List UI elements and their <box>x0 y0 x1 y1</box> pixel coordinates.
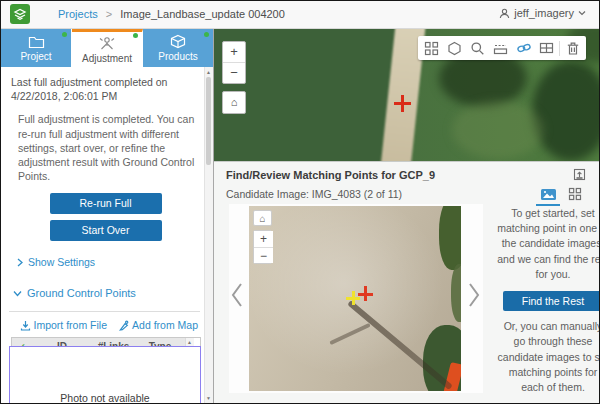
add-from-map-label: Add from Map <box>132 318 198 332</box>
candidate-image-label: Candidate Image: IMG_4083 (2 of 11) <box>226 188 402 200</box>
toolbar-divider <box>559 41 560 56</box>
single-image-view-button[interactable] <box>536 184 560 206</box>
grid-view-button[interactable] <box>563 184 587 204</box>
divider <box>9 311 200 312</box>
photo-not-available-text: Photo not available <box>60 392 149 404</box>
map-grass-highlight <box>452 101 544 159</box>
measure-button[interactable] <box>489 36 512 60</box>
browse-images-button[interactable] <box>420 36 443 60</box>
chevron-right-icon <box>17 258 23 267</box>
adjustment-status-dot <box>133 33 138 38</box>
image-home-button[interactable]: ⌂ <box>253 210 272 226</box>
import-icon <box>20 320 31 331</box>
help-column: To get started, set matching point in on… <box>497 206 599 395</box>
import-from-file-label: Import from File <box>34 318 108 332</box>
tab-products[interactable]: Products <box>143 29 213 67</box>
tab-adjustment[interactable]: Adjustment <box>72 29 143 67</box>
map-zoom-control: + − <box>222 41 246 84</box>
find-the-rest-button[interactable]: Find the Rest <box>503 291 599 311</box>
breadcrumb-projects-link[interactable]: Projects <box>58 8 98 20</box>
breadcrumb: Projects > Image_Landbase_update 004200 <box>58 8 285 20</box>
image-zoom-in-button[interactable]: + <box>254 231 273 247</box>
image-windows-button[interactable] <box>535 36 558 60</box>
panel-tabs: Project Adjustment Products <box>1 29 213 67</box>
add-from-map-link[interactable]: Add from Map <box>118 318 198 332</box>
breadcrumb-separator: > <box>106 8 112 20</box>
candidate-image-viewer: ⌂ + − <box>229 204 483 393</box>
help-secondary-text: Or, you can manually go through these ca… <box>497 319 599 395</box>
pole-shadow-branch <box>329 323 371 345</box>
user-menu[interactable]: jeff_imagery <box>499 7 586 19</box>
view-toggle-group <box>536 184 587 206</box>
show-settings-label: Show Settings <box>28 255 95 269</box>
chevron-down-icon <box>13 290 22 297</box>
scroll-down-arrow[interactable]: ▼ <box>206 395 211 401</box>
start-over-button[interactable]: Start Over <box>50 220 162 241</box>
gcp-marker-red-cross <box>401 95 404 112</box>
tab-project-label: Project <box>20 51 51 62</box>
delete-trash-button[interactable] <box>561 36 584 60</box>
breadcrumb-project-title: Image_Landbase_update 004200 <box>120 8 285 20</box>
matching-point-yellow-cross <box>352 291 355 305</box>
scroll-up-arrow[interactable]: ▲ <box>206 69 211 75</box>
collapse-panel-button[interactable] <box>573 168 586 181</box>
gcp-section-label: Ground Control Points <box>27 286 136 301</box>
gcp-photo-preview: Photo not available <box>9 346 201 404</box>
links-button-active[interactable] <box>512 36 535 60</box>
adjustment-gcp-icon <box>98 36 116 51</box>
search-button[interactable] <box>466 36 489 60</box>
estimated-point-red-cross <box>364 286 367 301</box>
map-home-button[interactable]: ⌂ <box>222 91 246 114</box>
chevron-down-icon <box>578 10 586 16</box>
candidate-image[interactable]: ⌂ + − <box>249 206 461 391</box>
map-zoom-out-button[interactable]: − <box>223 62 245 83</box>
folder-icon <box>28 35 45 49</box>
scrollbar-thumb[interactable] <box>206 77 211 165</box>
image-zoom-out-button[interactable]: − <box>254 247 273 263</box>
user-name: jeff_imagery <box>514 7 574 19</box>
panel-scrollbar[interactable]: ▲ ▼ <box>204 67 213 403</box>
left-panel: Project Adjustment Products Last full ad… <box>1 29 214 403</box>
tab-products-label: Products <box>158 51 197 62</box>
user-icon <box>499 8 510 19</box>
products-status-dot <box>204 32 209 37</box>
gcp-section-toggle[interactable]: Ground Control Points <box>13 286 200 301</box>
app-logo-icon <box>10 4 30 24</box>
help-primary-text: To get started, set matching point in on… <box>497 206 599 282</box>
import-from-file-link[interactable]: Import from File <box>20 318 108 332</box>
tab-project[interactable]: Project <box>1 29 72 67</box>
find-review-panel: Find/Review Matching Points for GCP_9 Ca… <box>214 161 599 403</box>
cube-icon <box>170 34 186 49</box>
vegetation-patch <box>451 264 461 322</box>
add-pin-icon <box>118 320 129 331</box>
gcp-actions-row: Import from File Add from Map <box>11 318 200 332</box>
app-window: Projects > Image_Landbase_update 004200 … <box>0 0 600 404</box>
app-header: Projects > Image_Landbase_update 004200 … <box>1 1 599 29</box>
show-settings-toggle[interactable]: Show Settings <box>17 255 200 269</box>
map-view[interactable]: + − ⌂ Find/Review Matching Points for GC… <box>214 29 599 403</box>
find-review-title: Find/Review Matching Points for GCP_9 <box>226 169 435 181</box>
tab-adjustment-label: Adjustment <box>82 53 132 64</box>
adjustment-description: Full adjustment is completed. You can re… <box>18 112 198 183</box>
map-toolbar <box>418 36 586 60</box>
layers-hexagon-button[interactable] <box>443 36 466 60</box>
rerun-full-button[interactable]: Re-run Full <box>50 193 162 214</box>
adjustment-status-text: Last full adjustment completed on 4/22/2… <box>11 75 200 103</box>
vegetation-patch <box>439 206 461 270</box>
next-image-button[interactable] <box>467 281 481 309</box>
previous-image-button[interactable] <box>230 281 244 309</box>
project-status-dot <box>62 32 67 37</box>
map-zoom-in-button[interactable]: + <box>223 42 245 62</box>
image-zoom-control: ⌂ + − <box>253 210 272 264</box>
